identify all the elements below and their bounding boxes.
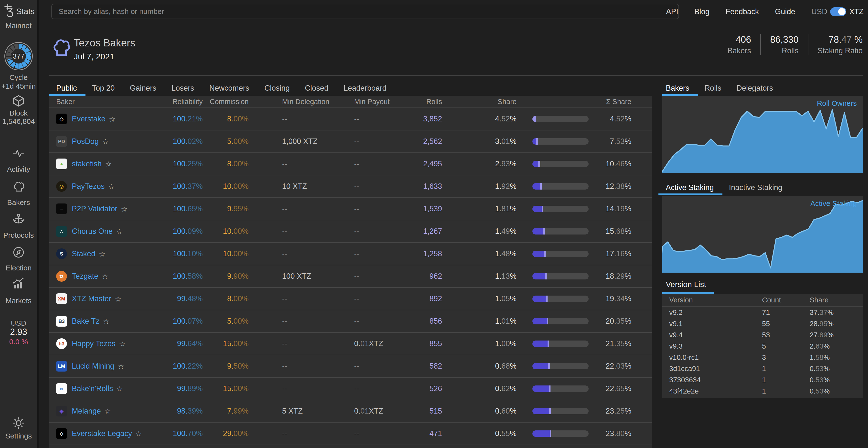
baker-link[interactable]: Happy Tezos	[72, 339, 116, 348]
favorite-star-icon[interactable]: ☆	[115, 295, 121, 303]
baker-avatar: ◇	[56, 428, 67, 439]
topnav-link-guide[interactable]: Guide	[775, 7, 795, 16]
chart1-legend: Roll Owners	[817, 99, 857, 108]
baker-link[interactable]: Chorus One	[72, 227, 113, 236]
cycle-label: Cycle	[0, 73, 37, 82]
markets-icon[interactable]	[0, 277, 37, 289]
sidebar-item-markets[interactable]: Markets	[0, 297, 37, 305]
favorite-star-icon[interactable]: ☆	[109, 115, 116, 123]
commission-cell: 10.00%	[205, 243, 249, 265]
table-row: PDPosDog☆100.02%5.00%1,000 XTZ--2,5623.0…	[49, 130, 652, 152]
sidebar-item-protocols[interactable]: Protocols	[0, 231, 37, 239]
share-cell: 2.93 %	[473, 153, 517, 175]
baker-link[interactable]: Tezgate	[72, 272, 98, 281]
tab-leaderboard[interactable]: Leaderboard	[344, 81, 386, 95]
baker-link[interactable]: Melange	[72, 407, 101, 416]
stat-rolls: 86,330Rolls	[770, 34, 798, 55]
baker-link[interactable]: Everstake Legacy	[72, 429, 132, 438]
activity-icon[interactable]	[0, 149, 37, 158]
reliability-cell: 100.25%	[139, 153, 203, 175]
panel-tab-delegators[interactable]: Delegators	[736, 81, 773, 95]
favorite-star-icon[interactable]: ☆	[118, 362, 124, 370]
settings-gear-icon[interactable]	[0, 417, 37, 429]
version-header-row: VersionCountShare	[662, 294, 863, 307]
table-row: h3Happy Tezos☆99.64%15.00%--0.01 XTZ8551…	[49, 332, 652, 355]
baker-cell: ◇Everstake☆	[56, 108, 151, 130]
bakers-icon[interactable]	[0, 182, 37, 193]
version-cell: v10.0-rc1	[669, 352, 699, 363]
share-bar	[532, 243, 589, 265]
favorite-star-icon[interactable]: ☆	[102, 137, 109, 146]
favorite-star-icon[interactable]: ☆	[105, 160, 112, 168]
topnav-link-feedback[interactable]: Feedback	[725, 7, 759, 16]
staking-tab-active-staking[interactable]: Active Staking	[666, 181, 714, 195]
tab-closed[interactable]: Closed	[305, 81, 329, 95]
staking-tab-inactive-staking[interactable]: Inactive Staking	[729, 181, 782, 195]
topnav-link-api[interactable]: API	[666, 7, 678, 16]
block-height[interactable]: 1,546,804	[0, 117, 37, 125]
share-bar	[532, 130, 589, 152]
election-icon[interactable]	[0, 246, 37, 259]
panel-tab-rolls[interactable]: Rolls	[704, 81, 721, 95]
favorite-star-icon[interactable]: ☆	[116, 227, 123, 236]
baker-link[interactable]: PosDog	[72, 137, 99, 146]
baker-link[interactable]: Bake'n'Rolls	[72, 384, 113, 393]
tab-gainers[interactable]: Gainers	[130, 81, 157, 95]
panel-tab-bakers[interactable]: Bakers	[666, 81, 689, 95]
tab-top-20[interactable]: Top 20	[92, 81, 115, 95]
tzstats-logo[interactable]: Stats	[0, 3, 37, 20]
tab-losers[interactable]: Losers	[172, 81, 194, 95]
baker-cell: h3Happy Tezos☆	[56, 333, 151, 355]
baker-cell: ●stakefish☆	[56, 153, 151, 175]
baker-link[interactable]: Lucid Mining	[72, 362, 114, 370]
cumulative-share-cell: 23.80 %	[583, 423, 631, 445]
count-cell: 53	[762, 329, 770, 340]
favorite-star-icon[interactable]: ☆	[99, 250, 105, 258]
column-header-commission: Commission	[205, 96, 249, 108]
favorite-star-icon[interactable]: ☆	[108, 182, 115, 191]
baker-cell: ≡P2P Validator☆	[56, 198, 151, 220]
favorite-star-icon[interactable]: ☆	[121, 205, 127, 213]
table-row: ◇Everstake Legacy☆100.70%29.00%----4710.…	[49, 422, 652, 445]
baker-link[interactable]: stakefish	[72, 159, 102, 168]
tzstats-bakers-page: Stats Mainnet 377 Cycle +1d 45min Block …	[0, 0, 868, 448]
favorite-star-icon[interactable]: ☆	[102, 272, 108, 281]
baker-link[interactable]: XTZ Master	[72, 294, 112, 303]
tab-public[interactable]: Public	[56, 81, 77, 95]
version-row: v9.352.63 %	[662, 340, 863, 352]
search-input[interactable]	[51, 4, 679, 19]
min-delegation-cell: --	[282, 423, 350, 445]
favorite-star-icon[interactable]: ☆	[103, 317, 110, 326]
baker-link[interactable]: P2P Validator	[72, 205, 118, 213]
rolls-cell: 526	[393, 378, 442, 400]
sidebar-item-activity[interactable]: Activity	[0, 165, 37, 173]
favorite-star-icon[interactable]: ☆	[119, 339, 126, 348]
share-cell: 1.81 %	[473, 198, 517, 220]
top-nav: APIBlogFeedbackGuide USD XTZ	[666, 0, 864, 24]
count-cell: 3	[762, 352, 766, 363]
favorite-star-icon[interactable]: ☆	[104, 407, 111, 416]
protocols-icon[interactable]	[0, 213, 37, 225]
commission-cell: 10.00%	[205, 220, 249, 242]
sidebar-item-bakers[interactable]: Bakers	[0, 198, 37, 207]
tab-newcomers[interactable]: Newcomers	[209, 81, 249, 95]
header-stats: 406Bakers86,330Rolls78.47 %Staking Ratio	[727, 34, 863, 55]
baker-list-tabs: PublicTop 20GainersLosersNewcomersClosin…	[56, 81, 386, 95]
roll-owners-chart: Roll Owners	[662, 96, 863, 173]
network-label: Mainnet	[0, 22, 37, 30]
cycle-progress-ring[interactable]: 377	[4, 42, 33, 70]
baker-link[interactable]: PayTezos	[72, 182, 104, 191]
currency-toggle[interactable]	[830, 7, 846, 16]
sidebar-item-election[interactable]: Election	[0, 264, 37, 272]
favorite-star-icon[interactable]: ☆	[117, 385, 123, 393]
baker-link[interactable]: Bake Tz	[72, 317, 99, 326]
baker-link[interactable]: Staked	[72, 249, 95, 258]
share-bar	[532, 153, 589, 175]
tab-closing[interactable]: Closing	[265, 81, 290, 95]
header-divider	[49, 75, 863, 76]
topnav-link-blog[interactable]: Blog	[694, 7, 710, 16]
block-icon[interactable]	[0, 94, 37, 108]
baker-link[interactable]: Everstake	[72, 115, 105, 123]
commission-cell: 9.95%	[205, 198, 249, 220]
column-header-min-delegation: Min Delegation	[282, 96, 350, 108]
